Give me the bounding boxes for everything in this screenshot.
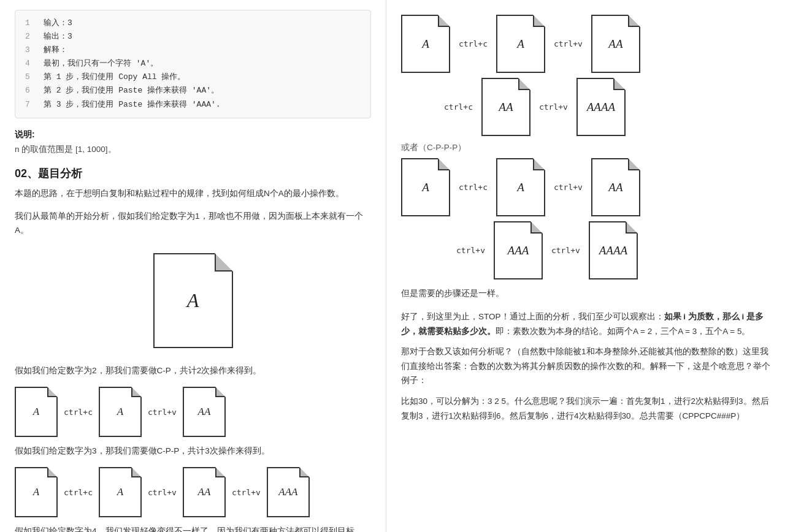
line-number: 5 [25,70,37,84]
document-label: A [517,181,524,194]
line-text: 输出：3 [44,30,72,44]
document-icon: A [15,467,58,517]
op-row-top: Actrl+cActrl+vAA [401,15,770,73]
document-icon: AA [591,15,640,73]
right-panel: Actrl+cActrl+vAA ctrl+cAActrl+vAAAA 或者（C… [386,0,785,532]
document-icon: AA [591,158,640,216]
op-row-rp2: ctrl+cAActrl+vAAAA [444,78,770,136]
code-line: 6第 2 步，我们使用 Paste 操作来获得 'AA'。 [25,84,361,97]
example-text: 比如30，可以分解为：3 2 5。什么意思呢？我们演示一遍：首先复制1，进行2次… [401,394,770,423]
document-label: AAAA [599,244,627,257]
op-row-3: Actrl+cActrl+vAActrl+vAAA [15,467,371,517]
code-line: 7第 3 步，我们使用 Paste 操作来获得 'AAA'. [25,98,361,112]
keyboard-shortcut: ctrl+c [459,39,488,48]
document-label: AAA [508,244,529,257]
op-row-2: Actrl+cActrl+vAA [15,387,371,437]
code-line: 2输出：3 [25,30,361,44]
keyboard-shortcut: ctrl+v [232,488,261,497]
line-number: 4 [25,57,37,70]
analysis1: 我们从最简单的开始分析，假如我们给定数字为1，那啥也不用做，因为面板上本来就有一… [15,210,371,238]
keyboard-shortcut: ctrl+c [64,408,93,417]
document-label: A [33,486,39,498]
line-text: 输入：3 [44,17,72,30]
document-icon: A [401,158,450,216]
keyboard-shortcut: ctrl+v [148,408,177,417]
code-line: 5第 1 步，我们使用 Copy All 操作。 [25,70,361,84]
line-text: 解释： [44,44,67,57]
document-icon: AA [183,467,226,517]
code-line: 1输入：3 [25,17,361,30]
document-icon: A [99,467,142,517]
but-text: 但是需要的步骤还是一样。 [401,287,770,301]
document-icon: AAA [494,221,543,279]
op-row-rp4: ctrl+vAAActrl+vAAAA [456,221,770,279]
document-icon: AAAA [576,78,626,136]
document-icon: AA [183,387,226,437]
document-label: AA [608,181,622,194]
line-number: 3 [25,44,37,57]
left-panel: 1输入：32输出：33解释：4最初，我们只有一个字符 'A'。5第 1 步，我们… [0,0,386,532]
line-number: 7 [25,98,37,112]
line-text: 第 1 步，我们使用 Copy All 操作。 [44,70,185,84]
keyboard-shortcut: ctrl+c [444,102,473,112]
document-label: AA [198,406,211,418]
document-icon: A [401,15,450,73]
document-label: AA [499,101,513,114]
document-label: A [117,406,123,418]
document-label: A [422,37,429,51]
document-label: AA [608,37,622,51]
line-text: 第 2 步，我们使用 Paste 操作来获得 'AA'。 [44,84,219,97]
document-icon: A [496,158,545,216]
analysis3: 假如我们给定数字为3，那我们需要做C-P-P，共计3次操作来得到。 [15,444,371,458]
or-text: 或者（C-P-P-P） [401,142,770,153]
analysis-stop: 好了，到这里为止，STOP！通过上面的分析，我们至少可以观察出：如果 i 为质数… [401,310,770,338]
op-row-rp3: Actrl+cActrl+vAA [401,158,770,216]
document-label: AAA [278,486,297,498]
keyboard-shortcut: ctrl+v [456,246,485,255]
keyboard-shortcut: ctrl+v [554,183,583,192]
analysis2: 假如我们给定数字为2，那我们需要做C-P，共计2次操作来得到。 [15,364,371,378]
note-text: n 的取值范围是 [1, 1000]。 [15,144,371,155]
document-label: A [33,406,39,418]
document-icon: AA [481,78,530,136]
code-line: 3解释： [25,44,361,57]
document-label: A [422,181,429,194]
document-icon: A [99,387,142,437]
document-label: AA [198,486,211,498]
line-number: 2 [25,30,37,44]
keyboard-shortcut: ctrl+v [554,39,583,48]
line-number: 1 [25,17,37,30]
section02-heading: 02、题目分析 [15,166,371,181]
document-label: AAAA [587,101,615,114]
line-number: 6 [25,84,37,97]
line-text: 最初，我们只有一个字符 'A'。 [44,57,158,70]
analysis4: 假如我们给定数字为4，我们发现好像变得不一样了。因为我们有两种方法都可以得到目标… [15,525,371,532]
keyboard-shortcut: ctrl+c [459,183,488,192]
analysis-composite: 那对于合数又该如何分析呢？（自然数中除能被1和本身整除外,还能被其他的数整除的数… [401,344,770,388]
keyboard-shortcut: ctrl+c [64,488,93,497]
keyboard-shortcut: ctrl+v [148,488,177,497]
section02-desc: 本题的思路，在于想明白复制和粘贴过程中的规律，找到如何组成N个A的最小操作数。 [15,187,371,201]
document-icon: A [496,15,545,73]
line-text: 第 3 步，我们使用 Paste 操作来获得 'AAA'. [44,98,221,112]
code-line: 4最初，我们只有一个字符 'A'。 [25,57,361,70]
doc-large-a: A [153,253,233,348]
document-label: A [517,37,524,51]
keyboard-shortcut: ctrl+v [551,246,580,255]
note-heading: 说明: [15,129,35,139]
code-block: 1输入：32输出：33解释：4最初，我们只有一个字符 'A'。5第 1 步，我们… [15,10,371,118]
document-icon: AAAA [589,221,638,279]
document-label: A [117,486,123,498]
document-icon: AAA [267,467,310,517]
keyboard-shortcut: ctrl+v [539,102,568,112]
document-icon: A [15,387,58,437]
